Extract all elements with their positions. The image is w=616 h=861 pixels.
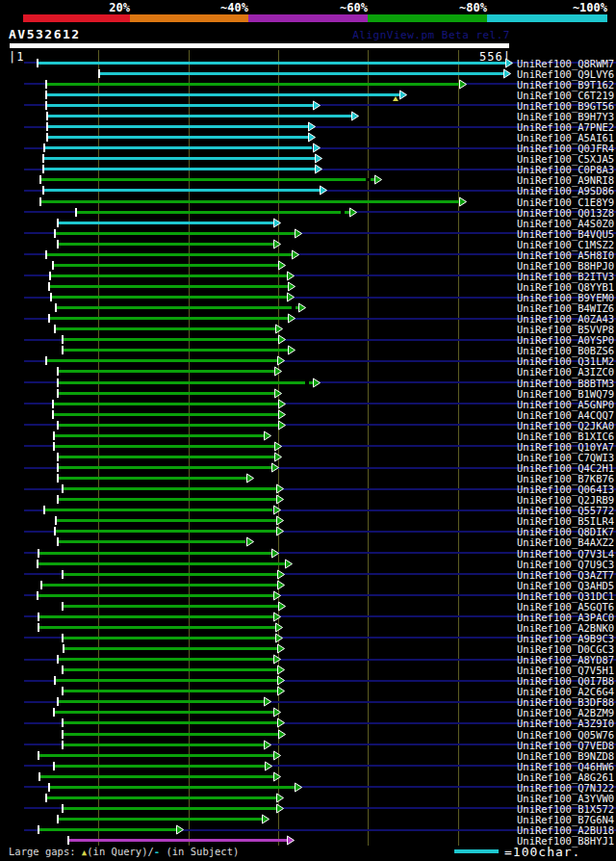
hit-bar[interactable] bbox=[58, 540, 245, 543]
hit-bar[interactable] bbox=[51, 296, 288, 299]
hit-bar[interactable] bbox=[43, 189, 321, 192]
hit-arrow-icon bbox=[459, 196, 468, 208]
hit-bar[interactable] bbox=[76, 211, 341, 214]
hit-bar[interactable] bbox=[46, 83, 458, 86]
hit-start-tick bbox=[48, 282, 50, 291]
hit-bar[interactable] bbox=[46, 359, 277, 362]
hit-arrow-icon bbox=[278, 334, 287, 346]
hit-bar[interactable] bbox=[55, 530, 277, 533]
hit-start-tick bbox=[45, 356, 47, 365]
hit-start-tick bbox=[62, 602, 64, 611]
hit-bar[interactable] bbox=[40, 178, 367, 181]
hit-bar[interactable] bbox=[47, 136, 308, 139]
hit-start-tick bbox=[40, 581, 42, 589]
hit-bar[interactable] bbox=[53, 403, 278, 405]
hit-bar[interactable] bbox=[58, 456, 275, 458]
hit-bar[interactable] bbox=[63, 690, 277, 692]
hit-bar[interactable] bbox=[38, 828, 176, 831]
hit-bar[interactable] bbox=[63, 807, 276, 810]
hit-bar[interactable] bbox=[63, 744, 264, 746]
hit-start-tick bbox=[37, 560, 38, 568]
hit-bar[interactable] bbox=[43, 168, 316, 170]
hit-start-tick bbox=[46, 112, 48, 120]
scale-segment bbox=[487, 14, 607, 22]
hit-bar[interactable] bbox=[63, 573, 277, 576]
hit-bar[interactable] bbox=[49, 317, 288, 320]
hit-bar[interactable] bbox=[58, 381, 306, 384]
hit-bar[interactable] bbox=[46, 93, 399, 96]
hit-start-tick bbox=[62, 665, 64, 674]
hit-bar[interactable] bbox=[58, 658, 274, 661]
hit-bar[interactable] bbox=[64, 647, 277, 650]
hit-bar[interactable] bbox=[63, 338, 278, 341]
hit-bar[interactable] bbox=[55, 232, 295, 235]
hit-bar[interactable] bbox=[38, 552, 271, 555]
hit-bar[interactable] bbox=[44, 509, 272, 511]
hit-bar[interactable] bbox=[68, 839, 288, 842]
hit-bar[interactable] bbox=[40, 200, 459, 203]
hit-bar[interactable] bbox=[38, 615, 274, 618]
alignview-page: AV532612 AlignView.pm Beta rel.7 |1 556|… bbox=[0, 0, 616, 861]
subject-gap-label: (in Subject) bbox=[160, 846, 239, 857]
hit-bar[interactable] bbox=[58, 370, 275, 373]
hit-bar[interactable] bbox=[58, 818, 263, 821]
hit-bar[interactable] bbox=[47, 125, 308, 128]
hit-bar[interactable] bbox=[63, 487, 276, 490]
hit-bar[interactable] bbox=[54, 445, 275, 448]
hit-bar[interactable] bbox=[58, 222, 273, 224]
hit-bar[interactable] bbox=[41, 584, 278, 587]
hit-bar[interactable] bbox=[49, 285, 288, 288]
hit-bar[interactable] bbox=[38, 626, 275, 629]
query-id: AV532612 bbox=[9, 27, 81, 41]
hit-bar[interactable] bbox=[63, 721, 277, 724]
hit-bar[interactable] bbox=[55, 679, 278, 682]
hit-start-tick bbox=[45, 250, 47, 259]
hit-start-tick bbox=[98, 69, 100, 78]
hit-bar[interactable] bbox=[39, 775, 274, 778]
hit-bar[interactable] bbox=[38, 62, 505, 65]
hit-bar[interactable] bbox=[58, 424, 279, 427]
hit-bar[interactable] bbox=[43, 157, 316, 160]
hit-bar[interactable] bbox=[46, 104, 312, 107]
hit-start-tick bbox=[45, 80, 47, 89]
hit-start-tick bbox=[46, 122, 48, 131]
scale-segment bbox=[368, 14, 487, 22]
hit-bar[interactable] bbox=[47, 115, 351, 117]
hit-start-tick bbox=[52, 400, 54, 408]
hit-bar[interactable] bbox=[56, 519, 277, 522]
hit-bar[interactable] bbox=[49, 786, 295, 789]
hit-bar[interactable] bbox=[54, 765, 265, 768]
hit-bar[interactable] bbox=[63, 637, 275, 639]
hit-start-tick bbox=[57, 537, 59, 546]
hit-bar[interactable] bbox=[63, 668, 277, 671]
hit-bar[interactable] bbox=[58, 498, 276, 501]
hit-bar[interactable] bbox=[58, 477, 246, 480]
hit-bar[interactable] bbox=[58, 392, 275, 395]
hit-bar[interactable] bbox=[54, 711, 274, 714]
hit-bar[interactable] bbox=[44, 146, 312, 149]
hit-bar[interactable] bbox=[58, 466, 271, 469]
watermark: AlignView.pm Beta rel.7 bbox=[270, 29, 510, 41]
hit-start-tick bbox=[42, 186, 44, 195]
hit-bar[interactable] bbox=[55, 327, 276, 330]
hit-bar[interactable] bbox=[54, 434, 264, 437]
hit-bar[interactable] bbox=[38, 562, 285, 565]
hit-bar[interactable] bbox=[63, 605, 278, 608]
hit-start-tick bbox=[62, 687, 64, 695]
hit-bar[interactable] bbox=[53, 413, 278, 416]
hit-bar[interactable] bbox=[58, 700, 265, 703]
hit-bar[interactable] bbox=[63, 349, 288, 352]
hit-bar[interactable] bbox=[58, 243, 273, 246]
hit-start-tick bbox=[52, 261, 54, 270]
hit-bar[interactable] bbox=[46, 253, 292, 256]
hit-bar[interactable] bbox=[56, 306, 293, 309]
hit-bar[interactable] bbox=[99, 72, 503, 75]
hit-bar[interactable] bbox=[50, 274, 287, 277]
hit-bar[interactable] bbox=[63, 733, 278, 736]
hit-bar[interactable] bbox=[38, 754, 274, 757]
hit-bar[interactable] bbox=[53, 264, 278, 267]
hit-start-tick bbox=[43, 144, 45, 152]
hit-bar[interactable] bbox=[46, 796, 276, 799]
hit-bar[interactable] bbox=[38, 594, 274, 597]
hit-start-tick bbox=[55, 303, 57, 312]
